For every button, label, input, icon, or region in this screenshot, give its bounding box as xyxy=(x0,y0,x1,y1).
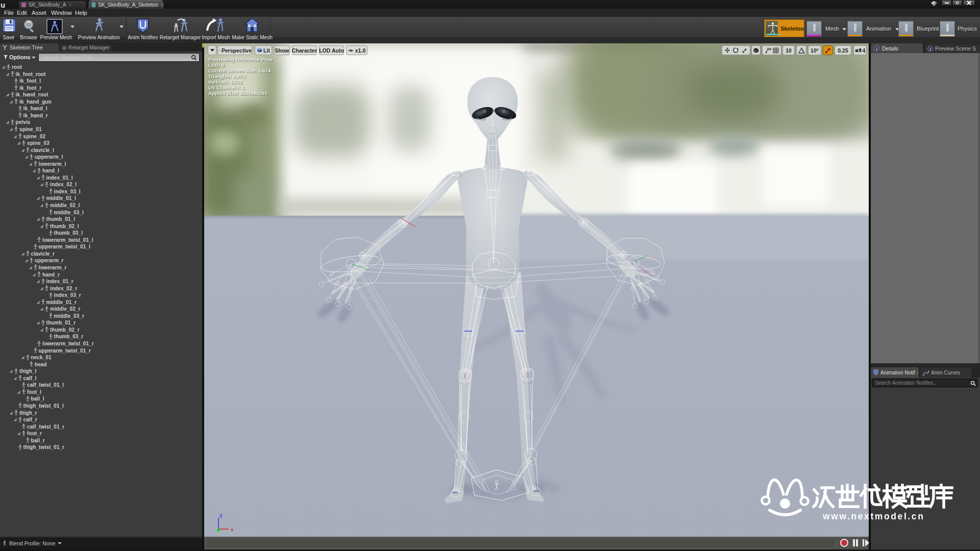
svg-text:Z: Z xyxy=(219,513,223,518)
svg-text:x: x xyxy=(231,527,234,532)
